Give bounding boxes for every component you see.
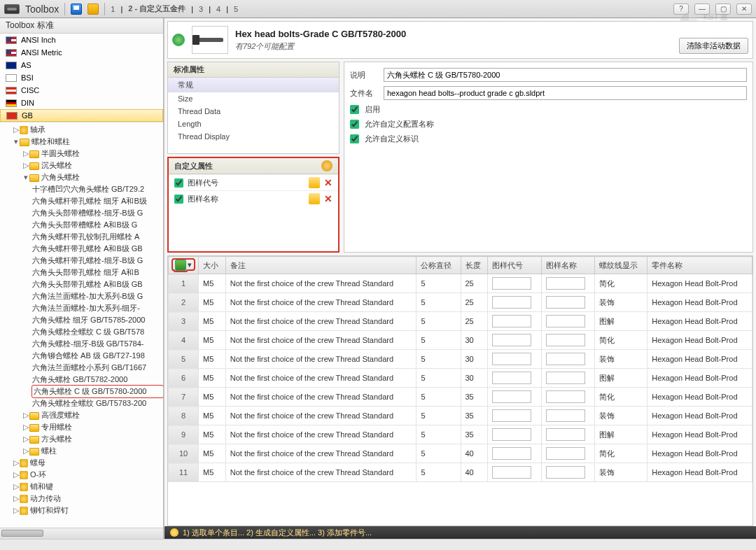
pencil-icon[interactable] [309,177,320,188]
cell-drawing-code[interactable] [488,350,541,369]
drawing-code-input[interactable] [492,428,531,441]
breadcrumb-3[interactable]: 3 [199,5,203,13]
custom-prop-checkbox[interactable] [174,195,183,204]
home-icon[interactable] [88,3,99,15]
drawing-code-input[interactable] [492,277,531,290]
tree-item[interactable]: ▷铆钉和焊钉 [13,505,163,516]
tree-item[interactable]: ▷轴承 [13,124,163,136]
cell-drawing-name[interactable] [541,331,594,350]
tree-leaf[interactable]: 六角头螺栓 细牙 GB/T5785-2000 [32,314,163,326]
standard-item[interactable]: ANSI Metric [0,46,163,59]
drawing-name-input[interactable] [546,409,585,422]
tree-item[interactable]: ▷动力传动 [13,493,163,505]
table-row[interactable]: 1M5Not the first choice of the crew Thre… [169,274,752,293]
tree-item[interactable]: ▾螺栓和螺柱▷半圆头螺栓▷沉头螺栓▾六角头螺栓十字槽凹穴六角头螺栓 GB/T29… [13,136,163,457]
allow-custom-id-checkbox[interactable] [350,134,359,143]
tree-leaf[interactable]: 六角头头部带槽螺栓 A和B级 G [32,219,163,231]
tree-leaf[interactable]: 六角头螺杆带孔螺栓 细牙 A和B级 [32,195,163,207]
table-row[interactable]: 8M5Not the first choice of the crew Thre… [169,407,752,425]
clear-inactive-button[interactable]: 清除非活动数据 [679,38,748,54]
drawing-name-input[interactable] [546,296,585,309]
tree-item[interactable]: ▷沉头螺栓 [22,160,163,171]
tree-leaf[interactable]: 六角法兰面螺栓小系列 GB/T1667 [32,362,163,374]
window-bottom-scrollbar[interactable] [0,539,756,550]
allow-config-name-checkbox[interactable] [350,120,359,129]
cell-drawing-code[interactable] [488,388,541,407]
grid-column-header[interactable]: 螺纹线显示 [594,257,647,274]
cell-drawing-name[interactable] [541,312,594,331]
table-row[interactable]: 5M5Not the first choice of the crew Thre… [169,350,752,369]
cell-drawing-name[interactable] [541,444,594,463]
grid-column-header[interactable]: 大小 [199,257,226,274]
tree-leaf[interactable]: 六角头螺栓 GB/T5782-2000 [32,374,163,386]
drawing-code-input[interactable] [492,409,531,422]
tree-leaf[interactable]: 六角头螺栓全螺纹 C 级 GB/T578 [32,326,163,338]
table-row[interactable]: 3M5Not the first choice of the crew Thre… [169,312,752,331]
tree-leaf[interactable]: 六角头头部带孔螺栓 A和B级 GB [32,278,163,290]
tree-item[interactable]: ▾六角头螺栓十字槽凹穴六角头螺栓 GB/T29.2六角头螺杆带孔螺栓 细牙 A和… [22,171,163,409]
pencil-icon[interactable] [309,193,320,204]
tree-leaf[interactable]: 十字槽凹穴六角头螺栓 GB/T29.2 [32,183,163,195]
breadcrumb-1[interactable]: 1 [111,5,115,13]
grid-column-header[interactable]: 公称直径 [416,257,461,274]
table-row[interactable]: 10M5Not the first choice of the crew Thr… [169,444,752,463]
tree-leaf[interactable]: 六角铆合螺栓 AB 级 GB/T27-198 [32,350,163,362]
sidebar-hscrollbar[interactable] [0,528,163,539]
drawing-name-input[interactable] [546,334,585,346]
save-icon[interactable] [71,3,82,15]
grid-column-header[interactable]: 长度 [461,257,488,274]
grid-column-header[interactable]: 图样名称 [541,257,594,274]
delete-icon[interactable]: ✕ [324,177,332,188]
refresh-icon[interactable] [172,34,185,46]
drawing-name-input[interactable] [546,277,585,290]
drawing-name-input[interactable] [546,447,585,460]
tree-item[interactable]: ▷半圆头螺栓 [22,148,163,160]
cell-drawing-code[interactable] [488,463,541,482]
cell-drawing-name[interactable] [541,350,594,369]
std-prop-item[interactable]: Thread Display [168,130,339,143]
cell-drawing-name[interactable] [541,369,594,388]
filename-field[interactable] [384,86,747,100]
tree-leaf[interactable]: 六角头螺栓全螺纹 GB/T5783-200 [32,397,163,409]
drawing-code-input[interactable] [492,296,531,309]
category-tree[interactable]: ▷轴承▾螺栓和螺柱▷半圆头螺栓▷沉头螺栓▾六角头螺栓十字槽凹穴六角头螺栓 GB/… [0,122,163,528]
std-prop-item[interactable]: Size [168,92,339,105]
gear-icon[interactable] [321,160,332,171]
cell-drawing-code[interactable] [488,425,541,444]
maximize-button[interactable]: ▢ [715,3,731,15]
table-row[interactable]: 4M5Not the first choice of the crew Thre… [169,331,752,350]
minimize-button[interactable]: — [694,3,710,15]
tree-leaf[interactable]: 六角头头部带孔螺栓 细牙 A和B [32,267,163,278]
tree-item[interactable]: ▷螺母 [13,457,163,469]
table-row[interactable]: 2M5Not the first choice of the crew Thre… [169,293,752,312]
cell-drawing-name[interactable] [541,388,594,407]
grid-column-header[interactable]: 图样代号 [488,257,541,274]
standard-item[interactable]: ANSI Inch [0,34,163,46]
cell-drawing-code[interactable] [488,274,541,293]
tree-item[interactable]: ▷专用螺栓 [22,421,163,433]
drawing-code-input[interactable] [492,447,531,460]
cell-drawing-name[interactable] [541,407,594,425]
close-button[interactable]: ✕ [736,3,752,15]
cell-drawing-name[interactable] [541,274,594,293]
standard-item[interactable]: GB [0,109,163,122]
drawing-name-input[interactable] [546,315,585,327]
drawing-name-input[interactable] [546,390,585,403]
tree-item[interactable]: ▷销和键 [13,481,163,493]
tree-item[interactable]: ▷方头螺栓 [22,433,163,445]
table-row[interactable]: 6M5Not the first choice of the crew Thre… [169,369,752,388]
std-prop-item[interactable]: Length [168,118,339,130]
tree-leaf[interactable]: 六角头螺杆带孔螺栓 A和B级 GB [32,243,163,255]
custom-prop-checkbox[interactable] [174,178,183,188]
drawing-name-input[interactable] [546,372,585,384]
drawing-code-input[interactable] [492,334,531,346]
cell-drawing-code[interactable] [488,312,541,331]
cell-drawing-code[interactable] [488,293,541,312]
drawing-code-input[interactable] [492,372,531,384]
cell-drawing-name[interactable] [541,293,594,312]
standard-item[interactable]: DIN [0,97,163,109]
cell-drawing-name[interactable] [541,425,594,444]
grid-column-header[interactable]: 备注 [225,257,416,274]
help-button[interactable]: ? [673,3,689,15]
drawing-name-input[interactable] [546,466,585,479]
